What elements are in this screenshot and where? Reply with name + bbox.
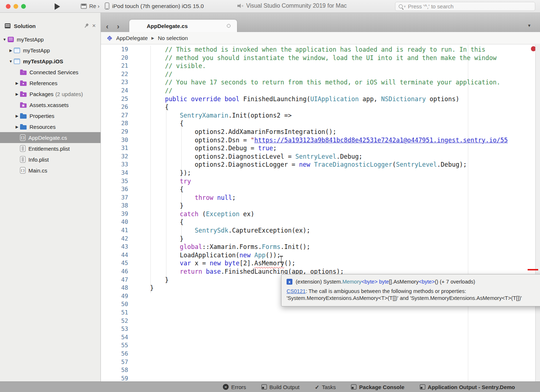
sidebar-item-properties[interactable]: ▶Properties (0, 110, 100, 121)
code-line-42[interactable]: 42 } (101, 235, 540, 243)
code-line-19[interactable]: 19 // This method is invoked when the ap… (101, 45, 540, 54)
tab-appdelegate[interactable]: AppDelegate.cs (129, 20, 237, 32)
sidebar-item-main-cs[interactable]: { }Main.cs (0, 165, 100, 176)
zoom-window-button[interactable] (21, 4, 26, 9)
code-line-54[interactable]: 54 (101, 333, 540, 342)
configuration-icon (81, 4, 87, 9)
code-line-55[interactable]: 55 (101, 341, 540, 350)
minimize-window-button[interactable] (13, 4, 18, 9)
sidebar-item-connected-services[interactable]: ⁘Connected Services (0, 67, 100, 78)
code-token: app, (359, 95, 381, 103)
code-token: return (180, 268, 202, 275)
code-line-22[interactable]: 22 // (101, 70, 540, 79)
disclosure-right-icon[interactable]: ▶ (8, 48, 14, 52)
pad-button-errors[interactable]: ✕Errors (223, 384, 246, 390)
code-line-26[interactable]: 26 { (101, 103, 540, 111)
vertical-scrollbar[interactable] (535, 45, 540, 381)
error-code-link[interactable]: CS0121 (287, 288, 306, 294)
line-number: 58 (101, 366, 128, 375)
code-line-43[interactable]: 43 global::Xamarin.Forms.Forms.Init(); (101, 243, 540, 251)
code-editor[interactable]: 19 // This method is invoked when the ap… (101, 45, 540, 381)
folder-icon (20, 125, 27, 130)
code-line-45[interactable]: 45 var x = new byte[2].AsMemory(); (101, 259, 540, 268)
code-line-36[interactable]: 36 { (101, 185, 540, 194)
code-line-32[interactable]: 32 options2.DiagnosticLevel = SentryLeve… (101, 153, 540, 161)
run-configuration-selector[interactable]: Re › (81, 3, 99, 9)
pin-pad-icon[interactable] (83, 22, 90, 29)
code-line-41[interactable]: 41 SentrySdk.CaptureException(ex); (101, 226, 540, 235)
sidebar-item-packages[interactable]: ▶●Packages(2 updates) (0, 88, 100, 99)
pad-button-label: Application Output - Sentry.Demo (428, 384, 515, 390)
close-pad-icon[interactable]: × (92, 23, 96, 28)
sidebar-item-assets-xcassets[interactable]: ▣Assets.xcassets (0, 99, 100, 110)
code-line-40[interactable]: 40 { (101, 218, 540, 226)
line-number: 50 (101, 300, 128, 309)
line-text: { (135, 218, 184, 226)
code-line-51[interactable]: 51 (101, 309, 540, 317)
scrollbar-error-marker (528, 269, 538, 270)
code-line-44[interactable]: 44 LoadApplication(new App()); (101, 251, 540, 260)
code-line-31[interactable]: 31 options2.Debug = true; (101, 144, 540, 153)
disclosure-right-icon[interactable]: ▶ (14, 125, 20, 129)
sidebar-item-label: myTestApp (17, 36, 44, 43)
code-token: catch (180, 210, 198, 218)
tab-overflow-dropdown-icon[interactable]: ▼ (527, 23, 531, 28)
code-line-39[interactable]: 39 catch (Exception ex) (101, 210, 540, 218)
code-token: // You have 17 seconds to return from th… (165, 79, 500, 86)
code-line-24[interactable]: 24 // (101, 87, 540, 95)
disclosure-right-icon[interactable]: ▶ (14, 92, 20, 96)
code-token: ex) (240, 210, 255, 218)
close-window-button[interactable] (6, 4, 11, 9)
code-line-25[interactable]: 25 public override bool FinishedLaunchin… (101, 95, 540, 103)
pad-button-package-console[interactable]: Package Console (351, 384, 404, 390)
pad-button-tasks[interactable]: ✓Tasks (315, 384, 336, 390)
pad-button-build-output[interactable]: Build Output (261, 384, 300, 390)
code-line-27[interactable]: 27 SentryXamarin.Init(options2 => (101, 111, 540, 120)
sidebar-item-mytestapp[interactable]: ▼myTestApp (0, 34, 100, 45)
line-text: } (135, 276, 169, 284)
code-line-53[interactable]: 53 (101, 325, 540, 333)
code-line-33[interactable]: 33 options2.DiagnosticLogger = new Trace… (101, 161, 540, 169)
code-token: bool (225, 95, 240, 103)
disclosure-down-icon[interactable]: ▼ (8, 59, 14, 63)
code-line-23[interactable]: 23 // You have 17 seconds to return from… (101, 78, 540, 87)
sidebar-item-appdelegate-cs[interactable]: { }AppDelegate.cs (0, 132, 100, 143)
unsaved-indicator-icon[interactable] (227, 24, 230, 28)
code-line-58[interactable]: 58 (101, 366, 540, 375)
folder-glyph-icon: ● (20, 82, 27, 86)
disclosure-down-icon[interactable]: ▼ (1, 37, 8, 41)
disclosure-right-icon[interactable]: ▶ (14, 81, 20, 85)
pad-button-application-output-sentry-demo[interactable]: Application Output - Sentry.Demo (420, 384, 515, 390)
code-line-28[interactable]: 28 { (101, 119, 540, 128)
disclosure-right-icon[interactable]: ▶ (14, 114, 20, 118)
code-line-38[interactable]: 38 } (101, 202, 540, 210)
code-line-34[interactable]: 34 }); (101, 169, 540, 177)
line-text: SentrySdk.CaptureException(ex); (135, 227, 310, 234)
code-line-20[interactable]: 20 // method you should instantiate the … (101, 54, 540, 62)
breadcrumb-selection[interactable]: No selection (158, 35, 188, 41)
code-line-52[interactable]: 52 (101, 317, 540, 325)
navigate-back-button[interactable]: ‹ (106, 22, 109, 31)
sidebar-item-info-plist[interactable]: Info.plist (0, 154, 100, 165)
breadcrumb-class[interactable]: AppDelegate (116, 35, 148, 41)
code-line-37[interactable]: 37 throw null; (101, 194, 540, 202)
code-line-29[interactable]: 29 options2.AddXamarinFormsIntegration()… (101, 128, 540, 136)
code-line-35[interactable]: 35 try (101, 177, 540, 186)
code-token: new (299, 161, 310, 168)
sidebar-item-mytestapp-ios[interactable]: ▼myTestApp.iOS (0, 56, 100, 67)
code-line-57[interactable]: 57 (101, 358, 540, 367)
code-line-30[interactable]: 30 options2.Dsn = "https://5a193123a9b84… (101, 136, 540, 144)
tab-strip: ‹ › AppDelegate.cs ▼ (101, 13, 540, 32)
code-line-59[interactable]: 59 (101, 375, 540, 381)
sidebar-item-entitlements-plist[interactable]: Entitlements.plist (0, 143, 100, 154)
sidebar-item-mytestapp[interactable]: ▶myTestApp (0, 45, 100, 56)
code-line-56[interactable]: 56 (101, 350, 540, 358)
solution-icon (8, 37, 14, 42)
run-button[interactable] (55, 3, 60, 10)
global-search-field[interactable]: ˅ Press '^,' to search (395, 2, 535, 11)
device-selector[interactable]: iPod touch (7th generation) iOS 15.0 (105, 3, 204, 9)
sidebar-item-references[interactable]: ▶●References (0, 78, 100, 88)
navigate-forward-button[interactable]: › (117, 22, 119, 31)
code-line-21[interactable]: 21 // visible. (101, 62, 540, 70)
sidebar-item-resources[interactable]: ▶Resources (0, 121, 100, 132)
